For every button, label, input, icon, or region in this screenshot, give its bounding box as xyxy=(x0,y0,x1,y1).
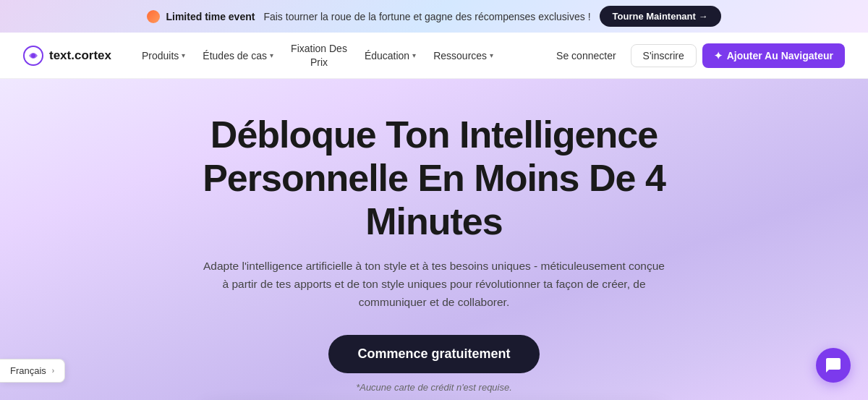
nav-right: Se connecter S'inscrire ✦ Ajouter Au Nav… xyxy=(548,43,845,68)
logo-icon xyxy=(23,46,43,66)
banner-event-label: Limited time event xyxy=(147,10,255,23)
hero-section: Débloque Ton Intelligence Personnelle En… xyxy=(0,79,868,400)
signup-button[interactable]: S'inscrire xyxy=(631,44,697,67)
banner-text: Fais tourner la roue de la fortune et ga… xyxy=(263,11,590,22)
nav-links: Produits ▾ Études de cas ▾ Fixation DesP… xyxy=(135,38,548,72)
hero-title: Débloque Ton Intelligence Personnelle En… xyxy=(152,114,716,243)
no-card-note: *Aucune carte de crédit n'est requise. xyxy=(356,382,512,393)
nav-item-education[interactable]: Éducation ▾ xyxy=(357,46,423,66)
add-nav-button[interactable]: ✦ Ajouter Au Navigateur xyxy=(702,43,845,68)
language-label: Français xyxy=(10,365,46,376)
chevron-down-icon: ▾ xyxy=(270,51,273,59)
nav-item-pricing[interactable]: Fixation DesPrix xyxy=(284,38,354,72)
chevron-down-icon: ▾ xyxy=(412,51,416,59)
logo-text: text.cortex xyxy=(49,48,111,63)
nav-item-etudes[interactable]: Études de cas ▾ xyxy=(195,46,281,66)
logo[interactable]: text.cortex xyxy=(23,46,111,66)
cta-button[interactable]: Commence gratuitement xyxy=(328,335,539,373)
chevron-down-icon: ▾ xyxy=(182,51,185,59)
banner-cta-button[interactable]: Tourne Maintenant → xyxy=(600,6,721,27)
spark-icon: ✦ xyxy=(714,50,723,61)
chevron-right-icon: › xyxy=(52,367,54,375)
chat-bubble-button[interactable] xyxy=(816,348,851,383)
hero-subtitle: Adapte l'intelligence artificielle à ton… xyxy=(203,258,665,311)
timer-icon xyxy=(147,10,160,23)
nav-item-ressources[interactable]: Ressources ▾ xyxy=(426,46,501,66)
chevron-down-icon: ▾ xyxy=(490,51,493,59)
signin-button[interactable]: Se connecter xyxy=(548,44,625,67)
language-selector[interactable]: Français › xyxy=(0,359,65,383)
top-banner: Limited time event Fais tourner la roue … xyxy=(0,0,868,33)
nav-item-produits[interactable]: Produits ▾ xyxy=(135,46,192,66)
svg-point-1 xyxy=(31,54,35,58)
navbar: text.cortex Produits ▾ Études de cas ▾ F… xyxy=(0,33,868,79)
